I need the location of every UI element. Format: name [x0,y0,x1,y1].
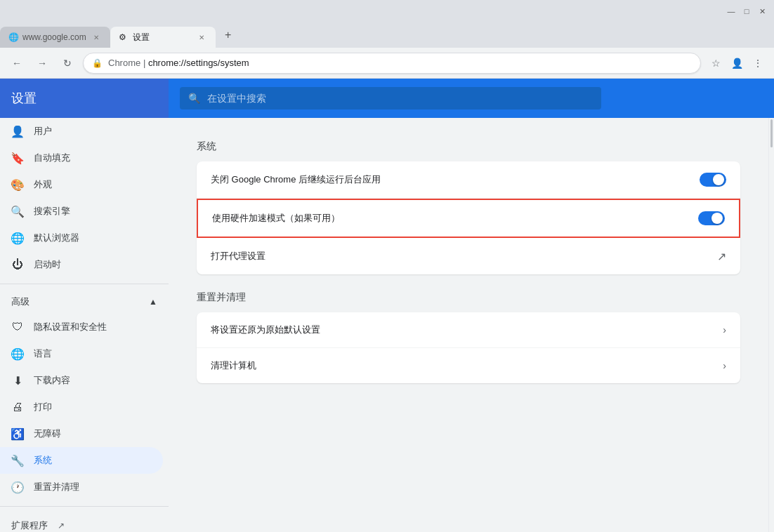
sidebar-item-default-browser[interactable]: 🌐 默认浏览器 [0,225,163,251]
tab-google[interactable]: 🌐 www.google.com ✕ [0,27,110,48]
sidebar-item-print[interactable]: 🖨 打印 [0,394,163,420]
hardware-accel-slider [698,211,725,225]
hardware-accel-row: 使用硬件加速模式（如果可用） [197,199,740,238]
background-apps-label: 关闭 Google Chrome 后继续运行后台应用 [211,173,700,186]
reset-section-heading: 重置并清理 [197,291,740,304]
sidebar-item-search-engine[interactable]: 🔍 搜索引擎 [0,198,163,225]
main-layout: 👤 用户 🔖 自动填充 🎨 外观 🔍 搜索引擎 🌐 默认浏览器 ⏻ 启动时 高级… [0,118,774,532]
sidebar-item-reset[interactable]: 🕐 重置并清理 [0,474,163,500]
tab-settings-favicon: ⚙ [119,32,129,42]
accessibility-icon: ♿ [11,427,24,440]
profile-button[interactable]: 👤 [728,54,746,72]
sidebar-item-system-label: 系统 [34,454,52,467]
menu-button[interactable]: ⋮ [749,54,767,72]
privacy-icon: 🛡 [11,321,24,333]
address-bar[interactable]: 🔒 Chrome | chrome://settings/system [83,53,701,74]
reload-button[interactable]: ↻ [58,53,77,73]
tab-settings-label: 设置 [133,32,150,44]
tab-google-favicon: 🌐 [8,32,18,42]
settings-title-area: 设置 [0,79,169,118]
sidebar-item-autofill-label: 自动填充 [34,152,70,164]
tab-settings-close[interactable]: ✕ [196,32,207,43]
sidebar-item-startup[interactable]: ⏻ 启动时 [0,251,163,278]
lock-icon: 🔒 [92,58,103,68]
system-icon: 🔧 [11,454,24,467]
tab-google-label: www.google.com [22,32,86,42]
settings-header: 设置 🔍 [0,79,774,118]
user-icon: 👤 [11,125,24,138]
cleanup-row[interactable]: 清理计算机 › [197,348,740,383]
maximize-button[interactable]: □ [740,5,753,18]
sidebar-item-startup-label: 启动时 [34,258,61,271]
address-bar-actions: ☆ 👤 ⋮ [707,54,767,72]
hardware-accel-toggle[interactable] [698,211,725,225]
autofill-icon: 🔖 [11,152,24,164]
sidebar-item-search-engine-label: 搜索引擎 [34,205,70,218]
downloads-icon: ⬇ [11,374,24,387]
cleanup-label: 清理计算机 [211,359,723,372]
background-apps-slider [700,173,726,187]
restore-defaults-label: 将设置还原为原始默认设置 [211,324,723,336]
sidebar-item-user[interactable]: 👤 用户 [0,118,163,145]
sidebar-item-accessibility[interactable]: ♿ 无障碍 [0,420,163,447]
sidebar-item-downloads[interactable]: ⬇ 下载内容 [0,367,163,394]
search-bar-area: 🔍 [169,79,774,118]
tab-google-close[interactable]: ✕ [91,32,102,43]
tab-settings[interactable]: ⚙ 设置 ✕ [110,27,216,48]
minimize-button[interactable]: — [725,5,737,18]
hardware-accel-label: 使用硬件加速模式（如果可用） [212,212,698,225]
appearance-icon: 🎨 [11,178,24,191]
advanced-label: 高级 [11,295,29,308]
window-controls: — □ ✕ [725,5,768,18]
advanced-section[interactable]: 高级 ▲ [0,290,169,314]
sidebar-item-language-label: 语言 [34,347,52,360]
new-tab-button[interactable]: + [218,25,238,45]
default-browser-icon: 🌐 [11,232,24,244]
extensions-link[interactable]: 扩展程序 ↗ [0,512,169,532]
bookmark-button[interactable]: ☆ [707,54,725,72]
close-button[interactable]: ✕ [756,5,768,18]
back-button[interactable]: ← [7,53,27,73]
sidebar-item-autofill[interactable]: 🔖 自动填充 [0,145,163,171]
restore-defaults-row[interactable]: 将设置还原为原始默认设置 › [197,312,740,348]
settings-title: 设置 [11,90,37,107]
search-input[interactable] [207,93,593,104]
sidebar-item-privacy-label: 隐私设置和安全性 [34,321,107,333]
search-bar[interactable]: 🔍 [180,87,601,109]
sidebar-item-reset-label: 重置并清理 [34,481,79,493]
system-settings-card: 关闭 Google Chrome 后继续运行后台应用 使用硬件加速模式（如果可用… [197,161,740,274]
address-text: Chrome | chrome://settings/system [108,58,692,68]
proxy-row[interactable]: 打开代理设置 ↗ [197,238,740,274]
chrome-label: Chrome [108,58,140,68]
sidebar-item-default-browser-label: 默认浏览器 [34,232,79,244]
reset-settings-card: 将设置还原为原始默认设置 › 清理计算机 › [197,312,740,383]
advanced-collapse-icon: ▲ [149,297,157,307]
extensions-label: 扩展程序 [11,519,48,532]
system-section-heading: 系统 [197,140,740,153]
sidebar-item-privacy[interactable]: 🛡 隐私设置和安全性 [0,314,163,340]
background-apps-toggle[interactable] [700,173,726,187]
language-icon: 🌐 [11,347,24,360]
tab-bar: 🌐 www.google.com ✕ ⚙ 设置 ✕ + [0,22,774,48]
sidebar-item-print-label: 打印 [34,401,52,413]
scrollbar[interactable] [768,118,774,532]
background-apps-row: 关闭 Google Chrome 后继续运行后台应用 [197,161,740,199]
sidebar-item-language[interactable]: 🌐 语言 [0,340,163,367]
sidebar-item-user-label: 用户 [34,125,52,138]
sidebar-item-appearance[interactable]: 🎨 外观 [0,171,163,198]
forward-button[interactable]: → [32,53,52,73]
sidebar-item-system[interactable]: 🔧 系统 [0,447,163,474]
sidebar: 👤 用户 🔖 自动填充 🎨 外观 🔍 搜索引擎 🌐 默认浏览器 ⏻ 启动时 高级… [0,118,169,532]
sidebar-item-downloads-label: 下载内容 [34,374,70,387]
content-area: 系统 关闭 Google Chrome 后继续运行后台应用 使用硬件加速模式（如… [169,118,768,532]
sidebar-item-appearance-label: 外观 [34,178,52,191]
proxy-label: 打开代理设置 [211,250,717,262]
sidebar-item-accessibility-label: 无障碍 [34,427,61,440]
reset-icon: 🕐 [11,481,24,493]
proxy-external-link-icon: ↗ [717,250,726,263]
search-engine-icon: 🔍 [11,205,24,218]
restore-defaults-chevron: › [723,324,726,335]
cleanup-chevron: › [723,360,726,371]
address-separator: | [143,58,148,68]
address-bar-row: ← → ↻ 🔒 Chrome | chrome://settings/syste… [0,48,774,79]
